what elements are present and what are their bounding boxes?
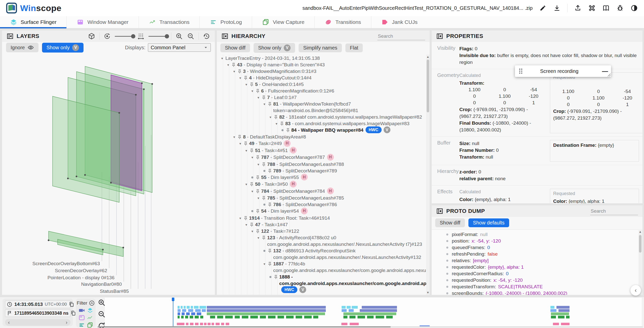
timeline-segment[interactable]	[352, 306, 358, 309]
tree-node[interactable]: ▾784 - SplitDecorManager#784H	[217, 188, 426, 195]
proto-property-row[interactable]: pixelFormat:null	[432, 231, 638, 238]
timeline-zoom-out-icon[interactable]	[98, 310, 106, 318]
pin-icon[interactable]	[256, 188, 261, 194]
timeline-segment[interactable]	[313, 316, 318, 318]
simplify-names-chip[interactable]: Simplify names	[299, 43, 342, 52]
proto-search-input[interactable]	[590, 207, 638, 215]
pin-icon[interactable]	[237, 68, 243, 74]
timeline-segment[interactable]	[190, 323, 193, 325]
ns-time-field[interactable]: 1711895465013903348 ns	[5, 309, 70, 317]
hierarchy-scrollbar[interactable]: ▲ ▼	[426, 55, 430, 295]
tree-node[interactable]: ▾83 - com.android.systemui.wallpapers.Im…	[217, 120, 426, 127]
proto-show-defaults-chip[interactable]: Show defaults	[468, 218, 509, 227]
next-frame-icon[interactable]: ›	[66, 319, 67, 325]
show-only-visible-chip[interactable]: Show only V	[42, 43, 84, 53]
layer-rect[interactable]	[53, 96, 119, 202]
timeline-segment[interactable]	[550, 306, 554, 309]
expand-arrow-icon[interactable]: ▾	[231, 68, 237, 75]
expand-arrow-icon[interactable]: ▾	[267, 114, 274, 120]
expand-arrow-icon[interactable]: ▾	[237, 294, 244, 295]
tree-node[interactable]: ▾122 - Task=7#122	[217, 228, 426, 235]
report-bug-icon[interactable]	[616, 4, 624, 12]
timeline-segment[interactable]	[207, 312, 325, 315]
timeline-scrollbar-thumb[interactable]	[98, 326, 391, 327]
timeline-segment[interactable]	[260, 316, 266, 318]
tree-node[interactable]: ▾5 - OneHanded:0:14#5	[217, 81, 426, 88]
reset-view-icon[interactable]	[203, 32, 210, 40]
timeline-segment[interactable]	[551, 316, 556, 318]
timeline-segment[interactable]	[296, 316, 302, 318]
transactions-filter-icon[interactable]	[87, 314, 93, 321]
tree-node[interactable]: ▾788 - SplitDecorManagerLeash#788	[217, 161, 426, 168]
pin-icon[interactable]	[244, 75, 249, 80]
window-manager-filter-icon[interactable]	[78, 314, 85, 321]
resize-handle[interactable]	[608, 73, 611, 76]
tree-node[interactable]: ▾51 - Task=4#51H	[217, 147, 426, 154]
3d-view-icon[interactable]	[88, 32, 95, 40]
timeline-segment[interactable]	[200, 316, 203, 318]
expand-timeline-button[interactable]: ‹	[630, 285, 641, 296]
drag-handle-icon[interactable]	[518, 68, 524, 74]
timeline-segment[interactable]	[207, 306, 326, 309]
timeline-segment[interactable]	[182, 309, 186, 312]
timeline-segment[interactable]	[561, 323, 570, 325]
pin-icon[interactable]	[268, 101, 273, 107]
mini-timeline[interactable]	[105, 298, 642, 326]
tree-node[interactable]: ▾8 - DefaultTaskDisplayArea#8	[217, 134, 426, 140]
expand-arrow-icon[interactable]: ▾	[249, 228, 256, 235]
tree-node[interactable]: 84 - Wallpaper BBQ wrapper#84HWCV	[217, 127, 426, 134]
layer-name-label[interactable]: ScreenDecorOverlayBottom#63	[32, 261, 100, 266]
expand-arrow-icon[interactable]: ▾	[231, 134, 237, 140]
timeline-segment[interactable]	[207, 309, 326, 312]
tree-node[interactable]: ▾47 - Task=1#47	[217, 221, 426, 228]
collapse-panel-icon[interactable]	[221, 33, 228, 40]
timeline-segment[interactable]	[186, 312, 190, 315]
timeline-segment[interactable]	[376, 316, 384, 318]
tree-node[interactable]: ▾7 - Leaf:0:1#7	[217, 94, 426, 101]
tree-node[interactable]: 55 - Dim layer#55H	[217, 174, 426, 181]
layer-name-label[interactable]: PointerLocation - display 0#136	[48, 275, 114, 280]
timeline-zoom-in-icon[interactable]	[98, 299, 106, 307]
view-capture-filter-icon[interactable]	[87, 322, 93, 328]
timeline-segment[interactable]	[178, 309, 181, 312]
layer-name-label[interactable]: ScreenDecorOverlay#62	[55, 268, 107, 273]
timeline-segment[interactable]	[235, 316, 240, 318]
tree-node[interactable]: ▾1914 - Transition Root: Task=46#1914	[217, 215, 426, 221]
timeline-segment[interactable]	[343, 316, 347, 318]
copy-icon[interactable]	[70, 310, 76, 316]
timeline-segment[interactable]	[225, 316, 233, 318]
pin-icon[interactable]	[286, 127, 291, 133]
expand-arrow-icon[interactable]: ▾	[255, 161, 262, 168]
pin-icon[interactable]	[250, 147, 255, 153]
displays-select[interactable]: Common Panel	[148, 43, 211, 52]
pin-icon[interactable]	[244, 140, 249, 146]
upload-trace-icon[interactable]	[574, 4, 582, 12]
timeline-segment[interactable]	[221, 323, 224, 325]
spacing-slider[interactable]	[148, 36, 167, 37]
proto-scrollbar[interactable]: ▲	[638, 229, 642, 295]
timeline-segment[interactable]	[182, 312, 185, 315]
tab-jank-cujs[interactable]: Jank CUJs	[371, 16, 428, 28]
timeline-segment[interactable]	[304, 316, 312, 318]
timeline-segment[interactable]	[191, 306, 193, 309]
shortcuts-icon[interactable]	[588, 4, 596, 12]
collapse-filter-icon[interactable]	[89, 300, 95, 306]
expand-arrow-icon[interactable]: ▾	[261, 101, 268, 107]
previous-frame-icon[interactable]: ‹	[8, 319, 10, 325]
proto-property-row[interactable]: relatives:[empty]	[432, 257, 638, 264]
proto-property-row[interactable]: requestedColor:{empty}, alpha: 1	[432, 264, 638, 270]
tree-node[interactable]: ▾785 - SplitDecorManagerLeash#785	[217, 195, 426, 201]
timeline-segment[interactable]	[341, 323, 347, 325]
pin-icon[interactable]	[280, 120, 285, 126]
tab-surface-flinger[interactable]: Surface Flinger	[0, 16, 66, 28]
tree-node[interactable]: ▾43 - Display 0 name="Built-in Screen"#4…	[217, 62, 426, 68]
pin-icon[interactable]	[268, 261, 273, 266]
expand-arrow-icon[interactable]: ▾	[237, 215, 244, 221]
timeline-segment[interactable]	[386, 316, 393, 318]
timeline-segment[interactable]	[342, 309, 347, 312]
expand-arrow-icon[interactable]: ▾	[243, 181, 250, 188]
timeline-segment[interactable]	[186, 323, 188, 325]
copy-icon[interactable]	[69, 302, 74, 307]
timeline-segment[interactable]	[202, 309, 206, 312]
expand-arrow-icon[interactable]: ▾	[225, 62, 231, 68]
